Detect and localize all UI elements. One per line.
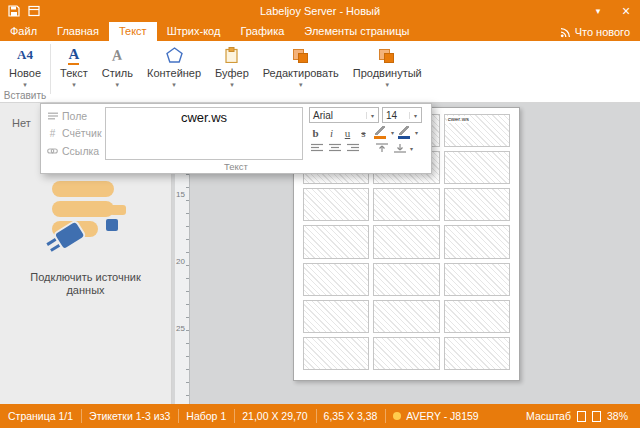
- label-cell[interactable]: [444, 188, 510, 221]
- label-cell[interactable]: [444, 151, 510, 184]
- label-cell[interactable]: [303, 263, 369, 296]
- label-cell[interactable]: [303, 337, 369, 370]
- fit-width-icon[interactable]: [592, 411, 601, 422]
- label-cell[interactable]: cwer.ws: [444, 114, 510, 147]
- group-separator: [50, 44, 51, 94]
- valign-bottom-button[interactable]: [392, 142, 407, 154]
- text-panel-menu: Поле # Счётчик Ссылка: [43, 106, 103, 161]
- connect-data-source-button[interactable]: Подключить источник данных: [0, 175, 171, 297]
- text-editor-value: cwer.ws: [181, 110, 227, 125]
- chevron-down-icon: ▾: [23, 81, 27, 89]
- label-cell[interactable]: [444, 263, 510, 296]
- tab-page-elements[interactable]: Элементы страницы: [294, 22, 419, 41]
- advanced-icon: [379, 45, 395, 65]
- chevron-down-icon: ▾: [385, 81, 389, 89]
- align-center-button[interactable]: [327, 142, 342, 154]
- zoom-value: 38%: [607, 410, 628, 422]
- label-cell[interactable]: [444, 337, 510, 370]
- menu-item-label: Счётчик: [62, 127, 102, 139]
- quick-access-toolbar: [0, 4, 41, 18]
- ribbon-button-new[interactable]: A4 Новое ▾: [2, 41, 48, 97]
- whats-new-link[interactable]: Что нового: [560, 26, 640, 41]
- text-format-controls: Arial ▾ 14 ▾ b i u s ▾ ▾: [307, 106, 429, 161]
- ribbon-button-label: Текст: [60, 67, 88, 79]
- chevron-down-icon: ▾: [230, 81, 234, 89]
- label-cell[interactable]: [373, 300, 439, 333]
- chevron-down-icon: ▾: [299, 81, 303, 89]
- status-label-size: 6,35 X 3,38: [316, 404, 386, 428]
- text-group-label: Текст: [41, 161, 431, 173]
- close-icon[interactable]: ×: [612, 0, 640, 22]
- tab-graphics[interactable]: Графика: [230, 22, 294, 41]
- menu-item-label: Поле: [62, 110, 87, 122]
- tab-barcode[interactable]: Штрих-код: [157, 22, 231, 41]
- align-left-button[interactable]: [309, 142, 324, 154]
- label-cell[interactable]: [373, 225, 439, 258]
- ribbon-button-label: Редактировать: [263, 67, 339, 79]
- ruler-label: 25: [176, 324, 185, 333]
- tab-home[interactable]: Главная: [47, 22, 109, 41]
- menu-item-field[interactable]: Поле: [43, 108, 103, 123]
- valign-top-button[interactable]: [374, 142, 389, 154]
- customize-toolbar-icon[interactable]: [27, 4, 41, 18]
- bold-button[interactable]: b: [309, 126, 322, 139]
- label-cell[interactable]: [303, 188, 369, 221]
- ruler-label: 15: [176, 190, 185, 199]
- label-cell[interactable]: [303, 225, 369, 258]
- ribbon-button-label: Контейнер: [147, 67, 201, 79]
- clipboard-icon: [225, 45, 238, 65]
- status-page: Страница 1/1: [0, 404, 81, 428]
- edit-icon: [293, 45, 309, 65]
- ribbon-button-label: Буфер: [215, 67, 249, 79]
- chevron-down-icon[interactable]: ▾: [584, 0, 612, 22]
- status-set: Набор 1: [178, 404, 234, 428]
- font-size-value: 14: [383, 110, 409, 121]
- ribbon-button-container[interactable]: Контейнер ▾: [140, 41, 208, 97]
- ribbon-button-advanced[interactable]: Продвинутый ▾: [346, 41, 429, 97]
- new-label-icon: A4: [17, 45, 33, 65]
- text-editor[interactable]: cwer.ws: [105, 107, 303, 160]
- label-cell[interactable]: [444, 300, 510, 333]
- ribbon-button-text[interactable]: A Текст ▾: [53, 41, 95, 97]
- menu-item-link[interactable]: Ссылка: [43, 144, 103, 159]
- strikethrough-button[interactable]: s: [357, 126, 370, 139]
- font-color-button[interactable]: [397, 126, 412, 139]
- whats-new-label: Что нового: [575, 26, 630, 38]
- menu-item-counter[interactable]: # Счётчик: [43, 126, 103, 141]
- font-size-select[interactable]: 14 ▾: [382, 107, 422, 123]
- ribbon-button-edit[interactable]: Редактировать ▾: [256, 41, 346, 97]
- ribbon-button-clipboard[interactable]: Буфер ▾: [208, 41, 256, 97]
- label-cell[interactable]: [373, 337, 439, 370]
- ribbon-tabs: Файл Главная Текст Штрих-код Графика Эле…: [0, 22, 640, 41]
- ribbon: A4 Новое ▾ Вставить A Текст ▾ A Стиль ▾ …: [0, 41, 640, 103]
- label-cell[interactable]: [373, 263, 439, 296]
- tab-file[interactable]: Файл: [0, 22, 47, 41]
- ruler-label: 20: [176, 257, 185, 266]
- style-icon: A: [111, 44, 124, 65]
- chevron-down-icon: ▾: [172, 81, 176, 89]
- fit-page-icon[interactable]: [577, 411, 586, 422]
- ribbon-button-label: Новое: [9, 67, 41, 79]
- chevron-down-icon: ▾: [116, 81, 120, 89]
- highlight-color-button[interactable]: [373, 126, 388, 139]
- underline-button[interactable]: u: [341, 126, 354, 139]
- font-family-select[interactable]: Arial ▾: [309, 107, 379, 123]
- rss-icon: [560, 27, 571, 38]
- ribbon-button-style[interactable]: A Стиль ▾: [95, 41, 140, 97]
- status-template[interactable]: AVERY - J8159: [385, 404, 486, 428]
- titlebar: Labeljoy Server - Новый ▾ ×: [0, 0, 640, 22]
- italic-button[interactable]: i: [325, 126, 338, 139]
- label-cell[interactable]: [303, 300, 369, 333]
- window-title: Labeljoy Server - Новый: [0, 5, 640, 17]
- label-cell[interactable]: [444, 225, 510, 258]
- ribbon-button-label: Продвинутый: [353, 67, 422, 79]
- tab-text[interactable]: Текст: [109, 22, 157, 41]
- save-icon[interactable]: [7, 4, 21, 18]
- menu-item-label: Ссылка: [62, 145, 99, 157]
- chevron-down-icon: ▾: [72, 81, 76, 89]
- link-icon: [47, 147, 58, 155]
- ribbon-group-insert: A4 Новое ▾ Вставить: [2, 41, 48, 102]
- align-right-button[interactable]: [345, 142, 360, 154]
- font-family-value: Arial: [310, 110, 366, 121]
- label-cell[interactable]: [373, 188, 439, 221]
